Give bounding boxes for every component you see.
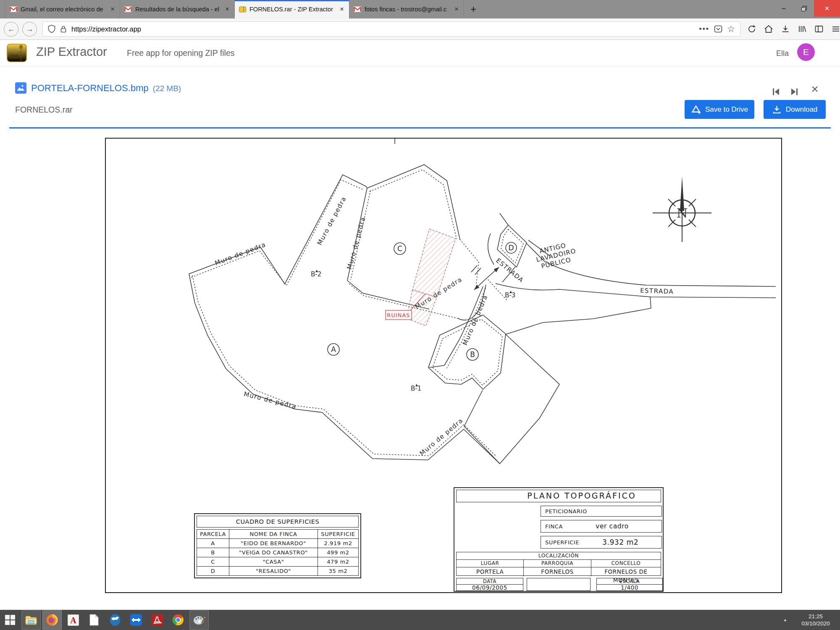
- download-button[interactable]: Download: [764, 100, 826, 119]
- clock-date: 03/10/2020: [793, 620, 838, 627]
- previous-file-button[interactable]: [769, 86, 781, 97]
- menu-icon[interactable]: [831, 24, 840, 34]
- col-header: PARROQUIA: [524, 560, 591, 567]
- table-row: B "VEIGA DO CANASTRO" 499 m2: [197, 548, 359, 557]
- taskbar-autocad[interactable]: A: [64, 611, 82, 629]
- surface-table-title: CUADRO DE SUPERFICIES: [197, 516, 359, 528]
- taskbar-clock[interactable]: 21:25 03/10/2020: [793, 613, 838, 627]
- localizacion-label: LOCALIZACIÓN: [457, 552, 661, 560]
- svg-text:B: B: [470, 350, 475, 359]
- taskbar-acrobat[interactable]: [148, 611, 166, 629]
- wall-label: Muro de pedra Muro de pedra Muro de pedr…: [214, 195, 489, 457]
- restore-icon: [801, 6, 807, 11]
- parcel-label-a: A: [328, 344, 339, 355]
- svg-text:A: A: [70, 616, 76, 625]
- close-viewer-button[interactable]: ×: [809, 83, 821, 95]
- value: 06/09/2005: [457, 585, 523, 591]
- tab-gmail-search[interactable]: Resultados de la búsqueda - el ×: [120, 0, 235, 18]
- cell: D: [197, 567, 229, 576]
- chrome-icon: [172, 614, 184, 626]
- taskbar-chrome[interactable]: [169, 611, 187, 629]
- shield-icon[interactable]: [48, 25, 55, 33]
- firefox-icon: [46, 614, 58, 626]
- tab-close-icon[interactable]: ×: [224, 5, 230, 13]
- tab-close-icon[interactable]: ×: [110, 5, 116, 13]
- last-file-icon: [790, 87, 800, 97]
- road-label: ESTRADA: [640, 287, 674, 296]
- restore-button[interactable]: [794, 0, 814, 17]
- compass-rose: N: [653, 176, 711, 242]
- lock-icon: [60, 25, 67, 33]
- tab-title: Gmail, el correo electrónico de: [21, 6, 106, 13]
- benchmark-b3: B-3: [505, 291, 515, 299]
- title-block: PLANO TOPOGRÁFICO PETICIONARIO FINCA ver…: [454, 487, 664, 592]
- viewer-divider: [9, 127, 831, 129]
- tab-close-icon[interactable]: ×: [339, 5, 345, 13]
- tab-zip-extractor[interactable]: FORNELOS.rar - ZIP Extractor ×: [235, 0, 349, 18]
- bookmark-star-icon[interactable]: ☆: [727, 24, 735, 34]
- library-icon[interactable]: [798, 24, 807, 34]
- start-button[interactable]: [1, 611, 19, 629]
- zip-extractor-header: ZIP ZIP Extractor Free app for opening Z…: [0, 40, 840, 66]
- home-icon[interactable]: [764, 24, 773, 34]
- cell: "CASA": [229, 557, 318, 567]
- paint-icon: [193, 614, 205, 626]
- tab-gmail-fotos[interactable]: fotos fincas - trostros@gmail.c ×: [349, 0, 464, 18]
- app-subtitle: Free app for opening ZIP files: [127, 48, 235, 58]
- taskbar-teamviewer[interactable]: [127, 611, 145, 629]
- browser-toolbar: ← → https://zipextractor.app ••• ☆: [0, 18, 840, 40]
- table-row: C "CASA" 479 m2: [197, 557, 359, 567]
- col-header: SUPERFICIE: [318, 530, 359, 539]
- windows-icon: [5, 614, 16, 625]
- tray-expand-icon[interactable]: ▲: [783, 618, 787, 622]
- close-button[interactable]: ×: [814, 0, 840, 17]
- value: 1/400: [597, 585, 662, 591]
- svg-text:D: D: [508, 244, 514, 252]
- taskbar-paint[interactable]: [190, 611, 208, 629]
- escala-box: ESCALA 1/400: [596, 578, 663, 591]
- forward-button[interactable]: →: [22, 22, 37, 37]
- zip-extractor-logo: ZIP: [7, 43, 27, 64]
- parcel-label-b: B: [467, 349, 478, 360]
- reload-icon[interactable]: [747, 24, 756, 34]
- topographic-plan-image[interactable]: .solid{fill:none;stroke:#3a3a3a;stroke-w…: [105, 138, 782, 593]
- taskbar-firefox[interactable]: [43, 611, 61, 629]
- taskbar-file-explorer[interactable]: [22, 611, 40, 629]
- back-button[interactable]: ←: [4, 22, 18, 37]
- new-tab-button[interactable]: +: [464, 0, 483, 18]
- file-name: PORTELA-FORNELOS.bmp(22 MB): [31, 83, 181, 94]
- value: FORNELOS DE MONTES: [591, 567, 661, 576]
- more-options-icon[interactable]: •••: [699, 25, 709, 34]
- cell: "EIDO DE BERNARDO": [229, 539, 318, 548]
- sidebar-icon[interactable]: [814, 24, 824, 34]
- value: FORNELOS: [524, 567, 591, 576]
- next-file-button[interactable]: [789, 86, 801, 97]
- tab-title: fotos fincas - trostros@gmail.c: [365, 6, 450, 13]
- label: SUPERFICIE: [545, 539, 579, 546]
- tab-close-icon[interactable]: ×: [454, 5, 459, 13]
- label: DATA: [457, 578, 523, 585]
- document-icon: [89, 614, 99, 626]
- url-text[interactable]: https://zipextractor.app: [71, 25, 694, 33]
- tab-title: Resultados de la búsqueda - el: [135, 6, 221, 13]
- tab-gmail-inbox[interactable]: Gmail, el correo electrónico de ×: [5, 0, 120, 18]
- svg-text:Muro de pedra: Muro de pedra: [243, 390, 297, 411]
- label: FINCA: [545, 523, 563, 530]
- value: PORTELA: [457, 567, 524, 576]
- download-icon[interactable]: [781, 24, 790, 34]
- save-to-drive-button[interactable]: Save to Drive: [685, 100, 754, 119]
- image-file-icon: [15, 82, 26, 95]
- taskbar-openoffice[interactable]: [106, 611, 124, 629]
- svg-text:Muro de pedra: Muro de pedra: [214, 241, 267, 267]
- taskbar-document[interactable]: [85, 611, 103, 629]
- pocket-icon[interactable]: [714, 25, 722, 33]
- address-bar[interactable]: https://zipextractor.app ••• ☆: [42, 21, 740, 37]
- avatar[interactable]: E: [797, 43, 815, 61]
- browser-tab-bar: Gmail, el correo electrónico de × Result…: [0, 0, 840, 18]
- svg-text:C: C: [397, 244, 402, 253]
- parcel-label-c: C: [394, 243, 406, 255]
- gmail-icon: [354, 6, 361, 13]
- svg-text:A: A: [331, 345, 336, 354]
- minimize-button[interactable]: –: [774, 0, 794, 17]
- clock-time: 21:25: [793, 613, 838, 620]
